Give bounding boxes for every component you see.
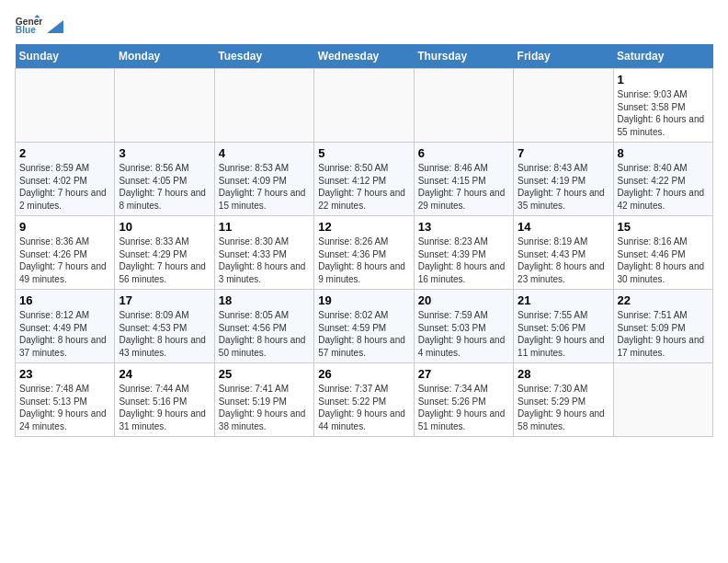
calendar-cell: 26Sunrise: 7:37 AM Sunset: 5:22 PM Dayli… [314,363,414,437]
day-number: 21 [518,293,609,307]
day-info: Sunrise: 9:03 AM Sunset: 3:58 PM Dayligh… [618,88,709,138]
day-info: Sunrise: 8:09 AM Sunset: 4:53 PM Dayligh… [119,309,210,359]
calendar-cell: 8Sunrise: 8:40 AM Sunset: 4:22 PM Daylig… [613,143,712,216]
calendar-cell [514,69,613,143]
logo-arrow-icon [47,20,63,33]
day-info: Sunrise: 8:16 AM Sunset: 4:46 PM Dayligh… [618,236,709,285]
calendar-table: SundayMondayTuesdayWednesdayThursdayFrid… [15,44,713,437]
day-number: 24 [119,367,210,381]
day-number: 18 [219,293,310,307]
calendar-cell [314,69,414,143]
day-number: 19 [318,293,409,307]
logo-icon: General Blue [15,15,42,35]
day-info: Sunrise: 8:36 AM Sunset: 4:26 PM Dayligh… [19,236,110,285]
calendar-cell: 11Sunrise: 8:30 AM Sunset: 4:33 PM Dayli… [214,216,313,290]
day-info: Sunrise: 8:26 AM Sunset: 4:36 PM Dayligh… [318,236,409,285]
calendar-cell: 1Sunrise: 9:03 AM Sunset: 3:58 PM Daylig… [613,69,712,143]
day-info: Sunrise: 8:33 AM Sunset: 4:29 PM Dayligh… [119,236,210,285]
day-number: 17 [119,293,210,307]
calendar-cell: 14Sunrise: 8:19 AM Sunset: 4:43 PM Dayli… [514,216,613,290]
day-number: 14 [518,220,609,234]
weekday-header-sunday: Sunday [16,44,115,69]
calendar-cell: 13Sunrise: 8:23 AM Sunset: 4:39 PM Dayli… [414,216,513,290]
day-number: 22 [618,293,709,307]
day-info: Sunrise: 8:12 AM Sunset: 4:49 PM Dayligh… [19,309,110,359]
day-info: Sunrise: 8:43 AM Sunset: 4:19 PM Dayligh… [518,162,609,212]
day-info: Sunrise: 7:34 AM Sunset: 5:26 PM Dayligh… [418,383,509,432]
day-number: 27 [418,367,509,381]
day-number: 6 [418,146,509,160]
calendar-cell: 9Sunrise: 8:36 AM Sunset: 4:26 PM Daylig… [16,216,115,290]
calendar-cell: 2Sunrise: 8:59 AM Sunset: 4:02 PM Daylig… [16,143,115,216]
day-info: Sunrise: 8:19 AM Sunset: 4:43 PM Dayligh… [518,236,609,285]
calendar-cell: 5Sunrise: 8:50 AM Sunset: 4:12 PM Daylig… [314,143,414,216]
weekday-header-monday: Monday [115,44,214,69]
day-info: Sunrise: 8:05 AM Sunset: 4:56 PM Dayligh… [219,309,310,359]
day-number: 4 [219,146,310,160]
weekday-header-thursday: Thursday [414,44,513,69]
day-info: Sunrise: 8:46 AM Sunset: 4:15 PM Dayligh… [418,162,509,212]
calendar-cell [613,363,712,437]
weekday-header-saturday: Saturday [613,44,712,69]
calendar-cell: 20Sunrise: 7:59 AM Sunset: 5:03 PM Dayli… [414,290,513,363]
calendar-week-row: 2Sunrise: 8:59 AM Sunset: 4:02 PM Daylig… [16,143,713,216]
day-info: Sunrise: 8:40 AM Sunset: 4:22 PM Dayligh… [618,162,709,212]
day-number: 5 [318,146,409,160]
calendar-week-row: 1Sunrise: 9:03 AM Sunset: 3:58 PM Daylig… [16,69,713,143]
day-number: 16 [19,293,110,307]
calendar-cell [115,69,214,143]
calendar-cell: 18Sunrise: 8:05 AM Sunset: 4:56 PM Dayli… [214,290,313,363]
day-number: 13 [418,220,509,234]
calendar-cell: 10Sunrise: 8:33 AM Sunset: 4:29 PM Dayli… [115,216,214,290]
day-info: Sunrise: 7:48 AM Sunset: 5:13 PM Dayligh… [19,383,110,432]
weekday-header-friday: Friday [514,44,613,69]
day-info: Sunrise: 7:37 AM Sunset: 5:22 PM Dayligh… [318,383,409,432]
day-info: Sunrise: 7:51 AM Sunset: 5:09 PM Dayligh… [618,309,709,359]
weekday-header-tuesday: Tuesday [214,44,313,69]
calendar-cell [16,69,115,143]
day-info: Sunrise: 8:53 AM Sunset: 4:09 PM Dayligh… [219,162,310,212]
calendar-cell: 21Sunrise: 7:55 AM Sunset: 5:06 PM Dayli… [514,290,613,363]
calendar-cell [214,69,313,143]
day-number: 1 [618,73,709,86]
calendar-cell: 24Sunrise: 7:44 AM Sunset: 5:16 PM Dayli… [115,363,214,437]
calendar-cell [414,69,513,143]
day-info: Sunrise: 7:30 AM Sunset: 5:29 PM Dayligh… [518,383,609,432]
day-info: Sunrise: 8:56 AM Sunset: 4:05 PM Dayligh… [119,162,210,212]
logo: General Blue [15,15,64,35]
day-number: 9 [19,220,110,234]
day-info: Sunrise: 7:44 AM Sunset: 5:16 PM Dayligh… [119,383,210,432]
day-number: 20 [418,293,509,307]
day-number: 28 [518,367,609,381]
day-info: Sunrise: 7:59 AM Sunset: 5:03 PM Dayligh… [418,309,509,359]
day-info: Sunrise: 8:50 AM Sunset: 4:12 PM Dayligh… [318,162,409,212]
calendar-cell: 6Sunrise: 8:46 AM Sunset: 4:15 PM Daylig… [414,143,513,216]
calendar-cell: 23Sunrise: 7:48 AM Sunset: 5:13 PM Dayli… [16,363,115,437]
calendar-cell: 28Sunrise: 7:30 AM Sunset: 5:29 PM Dayli… [514,363,613,437]
day-number: 7 [518,146,609,160]
day-info: Sunrise: 8:23 AM Sunset: 4:39 PM Dayligh… [418,236,509,285]
calendar-cell: 12Sunrise: 8:26 AM Sunset: 4:36 PM Dayli… [314,216,414,290]
day-number: 23 [19,367,110,381]
day-number: 10 [119,220,210,234]
calendar-cell: 17Sunrise: 8:09 AM Sunset: 4:53 PM Dayli… [115,290,214,363]
day-number: 12 [318,220,409,234]
weekday-header-wednesday: Wednesday [314,44,414,69]
calendar-cell: 15Sunrise: 8:16 AM Sunset: 4:46 PM Dayli… [613,216,712,290]
calendar-cell: 4Sunrise: 8:53 AM Sunset: 4:09 PM Daylig… [214,143,313,216]
page-header: General Blue [15,15,713,35]
calendar-week-row: 23Sunrise: 7:48 AM Sunset: 5:13 PM Dayli… [16,363,713,437]
day-info: Sunrise: 7:55 AM Sunset: 5:06 PM Dayligh… [518,309,609,359]
calendar-cell: 22Sunrise: 7:51 AM Sunset: 5:09 PM Dayli… [613,290,712,363]
calendar-cell: 19Sunrise: 8:02 AM Sunset: 4:59 PM Dayli… [314,290,414,363]
svg-text:Blue: Blue [16,25,36,35]
day-number: 26 [318,367,409,381]
calendar-cell: 25Sunrise: 7:41 AM Sunset: 5:19 PM Dayli… [214,363,313,437]
calendar-cell: 7Sunrise: 8:43 AM Sunset: 4:19 PM Daylig… [514,143,613,216]
day-info: Sunrise: 8:30 AM Sunset: 4:33 PM Dayligh… [219,236,310,285]
day-number: 25 [219,367,310,381]
calendar-week-row: 16Sunrise: 8:12 AM Sunset: 4:49 PM Dayli… [16,290,713,363]
day-info: Sunrise: 8:02 AM Sunset: 4:59 PM Dayligh… [318,309,409,359]
day-number: 3 [119,146,210,160]
day-number: 2 [19,146,110,160]
